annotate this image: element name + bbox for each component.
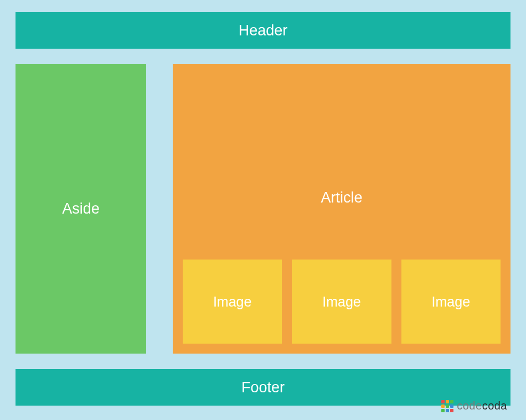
brand-name-part2: coda (482, 400, 507, 412)
image-label: Image (432, 294, 470, 310)
footer-region: Footer (16, 369, 510, 406)
middle-row: Aside Article Image Image Image (16, 64, 510, 354)
image-label: Image (322, 294, 360, 310)
header-label: Header (239, 22, 288, 39)
image-box: Image (401, 260, 501, 344)
article-region: Article Image Image Image (173, 64, 510, 354)
image-box: Image (292, 260, 391, 344)
article-label: Article (321, 189, 362, 206)
aside-label: Aside (62, 200, 100, 217)
images-row: Image Image Image (173, 260, 510, 354)
header-region: Header (16, 12, 510, 49)
brand-logo: codecoda (441, 400, 507, 412)
brand-logo-icon (441, 400, 453, 412)
brand-name-part1: code (457, 400, 482, 412)
image-box: Image (183, 260, 282, 344)
brand-logo-text: codecoda (457, 400, 507, 412)
image-label: Image (213, 294, 251, 310)
aside-region: Aside (16, 64, 146, 354)
footer-label: Footer (241, 379, 285, 396)
